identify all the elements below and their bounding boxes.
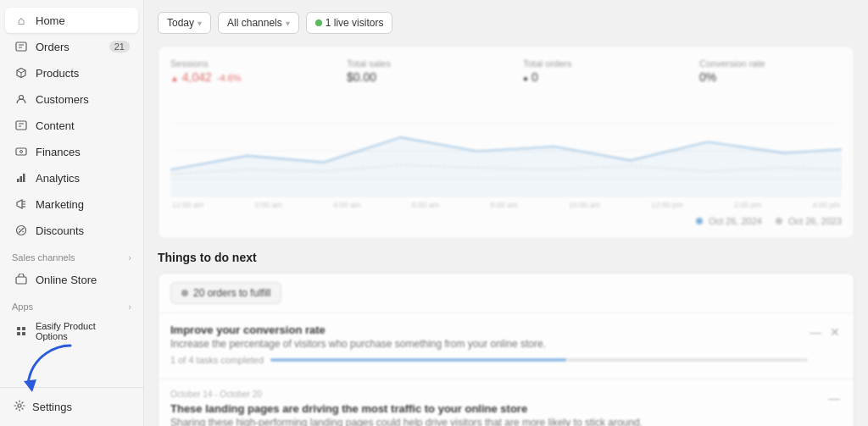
home-icon: ⌂ — [14, 13, 29, 28]
channels-filter[interactable]: All channels ▾ — [218, 12, 299, 34]
visitors-filter[interactable]: 1 live visitors — [306, 12, 393, 34]
legend-dot-0 — [696, 218, 703, 224]
conversion-value: 0% — [699, 70, 716, 84]
sidebar-bottom: Settings — [0, 387, 143, 426]
orders-fulfill-bar: 20 orders to fulfill — [159, 274, 854, 313]
total-sales-label: Total sales — [347, 58, 489, 69]
todo-row-content: Improve your conversion rate Increase th… — [170, 324, 808, 365]
today-filter[interactable]: Today ▾ — [158, 12, 211, 34]
orders-badge: 21 — [109, 41, 130, 53]
easify-icon — [14, 324, 29, 339]
todo-minimize-btn-2[interactable]: — — [826, 390, 842, 407]
x-label-7: 2:00 pm — [734, 201, 762, 209]
todo-row-actions-2: — — [826, 390, 842, 407]
svg-rect-24 — [22, 327, 25, 330]
sessions-label: Sessions — [170, 58, 313, 69]
sidebar-item-marketing[interactable]: Marketing — [5, 191, 138, 217]
apps-chevron: › — [128, 302, 131, 312]
sidebar-item-online-store[interactable]: Online Store — [5, 267, 138, 292]
todo-row-actions: — ✕ — [808, 324, 842, 340]
sidebar-item-label: Products — [36, 67, 79, 80]
settings-item[interactable]: Settings — [5, 395, 138, 419]
sidebar-item-label: Customers — [36, 93, 89, 106]
chart-card: Sessions ▲ 4,042 -4.6% Total sales $0.00… — [158, 46, 854, 239]
todo-landing-date: October 14 - October 20 — [170, 390, 826, 399]
sidebar-item-label: Orders — [36, 41, 70, 53]
todo-minimize-btn[interactable]: — — [808, 324, 823, 340]
conversion-label: Conversion rate — [699, 58, 842, 69]
marketing-icon — [14, 196, 29, 212]
dropdown-arrow: ▾ — [286, 19, 290, 28]
sidebar-item-label: Marketing — [36, 198, 84, 211]
todo-row-header: Improve your conversion rate Increase th… — [170, 324, 842, 365]
x-label-5: 10:00 am — [569, 201, 601, 209]
sidebar-item-label: Home — [36, 14, 65, 27]
svg-rect-22 — [16, 277, 26, 284]
todo-close-btn[interactable]: ✕ — [828, 324, 842, 340]
visitors-label: 1 live visitors — [326, 17, 384, 29]
sales-channels-section: Sales channels › — [0, 244, 143, 266]
svg-point-11 — [20, 151, 23, 153]
sidebar-nav: ⌂ Home Orders 21 Products Customers — [0, 7, 143, 387]
total-orders-label: Total orders — [523, 58, 665, 69]
orders-fulfill-btn[interactable]: 20 orders to fulfill — [170, 282, 281, 304]
sidebar-item-home[interactable]: ⌂ Home — [5, 8, 138, 33]
main-content: Today ▾ All channels ▾ 1 live visitors S… — [144, 0, 868, 426]
sidebar-item-content[interactable]: Content — [5, 113, 138, 138]
svg-line-5 — [21, 70, 25, 73]
live-dot — [315, 19, 322, 26]
dropdown-arrow: ▾ — [198, 19, 202, 28]
stat-total-sales: Total sales $0.00 — [347, 58, 489, 84]
todo-section-title: Things to do next — [158, 251, 854, 264]
todo-row-content-2: October 14 - October 20 These landing pa… — [170, 390, 826, 426]
svg-line-4 — [17, 70, 21, 73]
todo-landing-title: These landing pages are driving the most… — [170, 402, 826, 415]
orders-fulfill-label: 20 orders to fulfill — [193, 287, 270, 299]
sidebar-item-discounts[interactable]: Discounts — [5, 218, 138, 243]
sidebar-item-orders[interactable]: Orders 21 — [5, 34, 138, 59]
content-icon — [14, 118, 29, 133]
products-icon — [14, 65, 29, 80]
legend-item-0: Oct 26, 2024 — [696, 216, 762, 226]
sidebar: ⌂ Home Orders 21 Products Customers — [0, 0, 144, 426]
legend-item-1: Oct 26, 2023 — [776, 216, 842, 226]
legend-dot-1 — [776, 218, 782, 224]
stat-conversion: Conversion rate 0% — [699, 58, 842, 84]
sidebar-item-label: Discounts — [36, 224, 84, 237]
sidebar-item-easify[interactable]: Easify Product Options — [5, 316, 138, 346]
todo-card: 20 orders to fulfill Improve your conver… — [158, 273, 854, 426]
total-orders-value: ● 0 — [523, 70, 538, 84]
sessions-change: -4.6% — [217, 73, 242, 83]
svg-rect-23 — [17, 327, 20, 330]
svg-rect-13 — [20, 176, 23, 182]
todo-meta-text: 1 of 4 tasks completed — [170, 355, 264, 365]
x-label-8: 4:00 pm — [812, 201, 840, 209]
sidebar-item-customers[interactable]: Customers — [5, 86, 138, 112]
progress-bar-fill — [270, 358, 566, 362]
todo-landing-desc: Sharing these high-performing landing pa… — [170, 417, 826, 426]
sessions-value: ▲ 4,042 — [170, 70, 212, 84]
analytics-icon — [14, 170, 29, 185]
x-label-3: 6:00 am — [412, 201, 440, 209]
x-label-0: 12:00 am — [172, 201, 204, 209]
sidebar-item-finances[interactable]: Finances — [5, 139, 138, 164]
svg-rect-10 — [16, 148, 26, 155]
sidebar-item-label: Online Store — [36, 274, 97, 286]
svg-point-21 — [22, 231, 24, 233]
sidebar-item-analytics[interactable]: Analytics — [5, 165, 138, 191]
x-label-1: 2:00 am — [255, 201, 283, 209]
stat-total-orders: Total orders ● 0 — [523, 58, 665, 84]
todo-conversion-desc: Increase the percentage of visitors who … — [170, 338, 808, 350]
finances-icon — [14, 144, 29, 159]
settings-label: Settings — [32, 401, 72, 413]
svg-rect-0 — [16, 42, 26, 51]
channels-label: All channels — [227, 17, 282, 29]
svg-rect-7 — [16, 121, 26, 130]
orders-dot — [181, 290, 188, 296]
svg-rect-14 — [23, 174, 25, 182]
customers-icon — [14, 91, 29, 107]
top-bar: Today ▾ All channels ▾ 1 live visitors — [158, 12, 854, 34]
svg-point-20 — [19, 229, 20, 230]
sidebar-item-label: Analytics — [36, 172, 80, 185]
sidebar-item-products[interactable]: Products — [5, 60, 138, 86]
